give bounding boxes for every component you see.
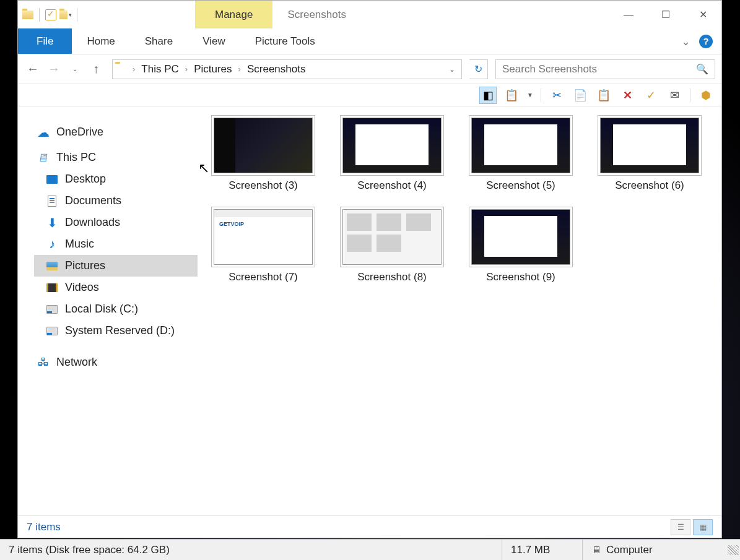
paste-button[interactable]: 📋 [503, 87, 520, 103]
tree-label: Documents [65, 194, 121, 207]
tab-picture-tools[interactable]: Picture Tools [240, 28, 330, 54]
dropdown-icon[interactable]: ▼ [527, 92, 533, 98]
breadcrumb-pictures[interactable]: Pictures [191, 63, 234, 75]
file-label: Screenshot (3) [229, 179, 298, 192]
collapse-ribbon-icon[interactable]: ⌄ [681, 35, 690, 48]
preview-pane-button[interactable]: ◧ [480, 87, 496, 103]
status-items-info: 7 items (Disk free space: 64.2 GB) [0, 540, 502, 560]
tab-share[interactable]: Share [130, 28, 188, 54]
status-size: 11.7 MB [502, 540, 583, 560]
resize-grip[interactable] [728, 545, 739, 555]
breadcrumb-screenshots[interactable]: Screenshots [245, 63, 308, 75]
file-item[interactable]: Screenshot (5) [471, 118, 570, 192]
file-label: Screenshot (5) [486, 179, 555, 192]
file-item[interactable]: Screenshot (8) [342, 209, 442, 283]
chevron-right-icon[interactable]: › [236, 64, 243, 74]
mail-button[interactable]: ✉ [666, 87, 682, 103]
folder-icon [115, 64, 129, 75]
tree-desktop[interactable]: Desktop [34, 168, 198, 190]
search-icon[interactable]: 🔍 [696, 63, 708, 75]
tree-documents[interactable]: Documents [34, 190, 198, 212]
music-icon: ♪ [45, 238, 59, 251]
tree-this-pc[interactable]: 🖥 This PC [34, 147, 198, 168]
thumbnail [342, 209, 442, 265]
thumbnail [214, 209, 313, 265]
new-folder-button[interactable] [59, 7, 72, 23]
tree-local-disk-c[interactable]: Local Disk (C:) [34, 298, 198, 320]
details-view-button[interactable]: ☰ [671, 519, 690, 535]
tree-downloads[interactable]: ⬇ Downloads [34, 212, 198, 233]
file-item[interactable]: Screenshot (9) [471, 209, 570, 283]
pc-icon: 🖥 [36, 152, 51, 164]
minimize-button[interactable]: — [610, 1, 647, 28]
tree-label: OneDrive [56, 126, 103, 139]
navigation-pane[interactable]: ☁ OneDrive 🖥 This PC Desktop Documents ⬇… [18, 106, 202, 515]
search-input[interactable] [502, 63, 696, 75]
folder-icon [22, 7, 34, 23]
quick-access-toolbar [18, 1, 84, 28]
file-label: Screenshot (6) [615, 179, 684, 192]
maximize-button[interactable]: ☐ [647, 1, 684, 28]
address-dropdown-icon[interactable]: ⌄ [445, 65, 459, 74]
title-bar[interactable]: Manage Screenshots — ☐ ✕ [18, 1, 721, 28]
file-label: Screenshot (4) [357, 179, 427, 192]
tab-view[interactable]: View [188, 28, 240, 54]
thumbnail [471, 118, 570, 173]
file-item[interactable]: Screenshot (4) [342, 118, 442, 192]
up-button[interactable]: ↑ [87, 61, 105, 78]
copy-button[interactable]: 📄 [572, 87, 588, 103]
tree-network[interactable]: 🖧 Network [34, 351, 198, 373]
thumbnails-view-button[interactable]: ▦ [693, 519, 713, 535]
disk-icon [45, 325, 59, 337]
tree-videos[interactable]: Videos [34, 277, 198, 298]
extension-button[interactable]: ⬢ [698, 87, 714, 103]
document-icon [45, 195, 59, 207]
delete-button[interactable]: ✕ [619, 87, 635, 103]
tree-onedrive[interactable]: ☁ OneDrive [34, 121, 198, 143]
clipboard-button[interactable]: 📋 [596, 87, 612, 103]
rename-button[interactable]: ✓ [643, 87, 659, 103]
tree-pictures[interactable]: Pictures [34, 255, 198, 277]
tab-home[interactable]: Home [72, 28, 129, 54]
file-item[interactable]: Screenshot (3) [214, 118, 313, 192]
tree-system-reserved-d[interactable]: System Reserved (D:) [34, 320, 198, 342]
address-bar[interactable]: › This PC › Pictures › Screenshots ⌄ [112, 59, 462, 79]
computer-icon: 🖥 [591, 545, 601, 556]
chevron-right-icon[interactable]: › [130, 64, 137, 74]
status-location: 🖥 Computer [583, 540, 725, 560]
refresh-button[interactable]: ↻ [469, 59, 488, 79]
separator [690, 88, 690, 102]
recent-locations-button[interactable]: ⌄ [66, 61, 84, 78]
cut-button[interactable]: ✂ [549, 87, 565, 103]
content-pane[interactable]: Screenshot (3) Screenshot (4) Screenshot… [202, 106, 721, 515]
item-count: 7 items [27, 521, 61, 533]
file-item[interactable]: Screenshot (7) [214, 209, 313, 283]
chevron-right-icon[interactable]: › [183, 64, 190, 74]
separator [77, 8, 77, 22]
navigation-row: ← → ⌄ ↑ › This PC › Pictures › Screensho… [18, 54, 721, 84]
status-bar-inner: 7 items ☰ ▦ [18, 515, 721, 538]
tree-label: Network [56, 356, 97, 369]
contextual-tab-manage[interactable]: Manage [195, 1, 272, 28]
tree-label: Videos [65, 281, 99, 294]
forward-button[interactable]: → [45, 61, 63, 78]
back-button[interactable]: ← [24, 61, 41, 78]
tree-label: Local Disk (C:) [65, 303, 138, 316]
properties-button[interactable] [45, 7, 57, 23]
desktop-icon [45, 173, 59, 186]
breadcrumb-this-pc[interactable]: This PC [139, 63, 181, 75]
separator [39, 8, 40, 22]
file-label: Screenshot (9) [486, 271, 555, 283]
tree-label: Pictures [65, 259, 105, 272]
file-label: Screenshot (8) [357, 271, 427, 283]
tree-label: Desktop [65, 173, 106, 186]
help-button[interactable]: ? [699, 35, 713, 48]
tree-music[interactable]: ♪ Music [34, 233, 198, 255]
disk-icon [45, 303, 59, 316]
file-explorer-window: Manage Screenshots — ☐ ✕ File Home Share… [17, 0, 722, 538]
tab-file[interactable]: File [18, 28, 72, 54]
search-box[interactable]: 🔍 [495, 59, 715, 79]
close-button[interactable]: ✕ [684, 1, 721, 28]
file-item[interactable]: Screenshot (6) [600, 118, 699, 192]
file-label: Screenshot (7) [229, 271, 298, 283]
